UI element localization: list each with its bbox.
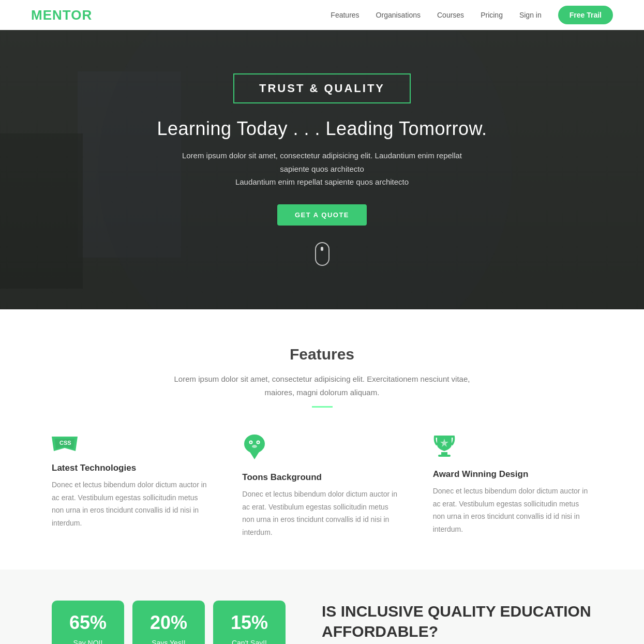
navbar: MENTOR Features Organisations Courses Pr… — [0, 0, 644, 30]
stat-card-3: 15% Can't Say!! — [213, 601, 286, 644]
svg-rect-10 — [441, 452, 447, 455]
free-trail-button[interactable]: Free Trail — [558, 6, 613, 24]
stat-card-1: 65% Say NO!! — [52, 601, 124, 644]
nav-links: Features Organisations Courses Pricing S… — [331, 6, 613, 24]
get-quote-button[interactable]: GET A QUOTE — [277, 204, 367, 226]
features-subtext: Lorem ipsum dolor sit amet, consectetur … — [167, 372, 477, 399]
svg-text:CSS: CSS — [59, 440, 71, 446]
features-section: Features Lorem ipsum dolor sit amet, con… — [0, 309, 644, 570]
logo: MENTOR — [31, 7, 92, 23]
stats-cards: 65% Say NO!! 20% Says Yes!! 15% Can't Sa… — [52, 601, 286, 644]
svg-point-9 — [252, 445, 257, 448]
logo-green: MEN — [31, 7, 63, 23]
feature-item-2: Toons Background Donec et lectus bibendu… — [242, 433, 401, 538]
nav-courses[interactable]: Courses — [437, 11, 464, 19]
stat-card-2: 20% Says Yes!! — [132, 601, 205, 644]
stats-section: 65% Say NO!! 20% Says Yes!! 15% Can't Sa… — [0, 570, 644, 644]
feature-desc-3: Donec et lectus bibendum dolor dictum au… — [433, 485, 592, 535]
stat-number-3: 15% — [222, 612, 276, 634]
scroll-dot — [321, 247, 323, 251]
logo-dark: TOR — [63, 7, 92, 23]
svg-marker-4 — [249, 451, 260, 459]
css3-icon: CSS — [52, 433, 78, 456]
hero-heading: Learning Today . . . Leading Tomorrow. — [157, 118, 487, 140]
scroll-indicator — [315, 242, 330, 266]
hero-section: TRUST & QUALITY Learning Today . . . Lea… — [0, 30, 644, 309]
feature-title-1: Latest Technologies — [52, 463, 136, 473]
features-divider — [312, 406, 333, 408]
stat-number-1: 65% — [61, 612, 115, 634]
stat-number-2: 20% — [142, 612, 196, 634]
hero-badge: TRUST & QUALITY — [233, 73, 411, 103]
trophy-icon — [433, 433, 456, 462]
nav-pricing[interactable]: Pricing — [481, 11, 503, 19]
feature-item-3: Award Winning Design Donec et lectus bib… — [433, 433, 592, 538]
stat-label-3: Can't Say!! — [222, 639, 276, 644]
features-grid: CSS Latest Technologies Donec et lectus … — [52, 433, 592, 538]
svg-point-7 — [250, 442, 252, 443]
svg-point-8 — [258, 442, 259, 443]
hero-body: Lorem ipsum dolor sit amet, consectetur … — [172, 149, 472, 189]
stats-text: IS INCLUSIVE QUALITY EDUCATION AFFORDABL… — [306, 601, 592, 644]
feature-title-3: Award Winning Design — [433, 469, 529, 480]
svg-point-3 — [244, 435, 265, 453]
stats-heading: IS INCLUSIVE QUALITY EDUCATION AFFORDABL… — [322, 601, 592, 641]
nav-organisations[interactable]: Organisations — [376, 11, 421, 19]
nav-signin[interactable]: Sign in — [519, 11, 542, 19]
feature-item-1: CSS Latest Technologies Donec et lectus … — [52, 433, 211, 538]
stat-label-1: Say NO!! — [61, 639, 115, 644]
features-title: Features — [52, 346, 592, 363]
feature-title-2: Toons Background — [242, 472, 322, 483]
nav-features[interactable]: Features — [331, 11, 359, 19]
feature-desc-1: Donec et lectus bibendum dolor dictum au… — [52, 478, 211, 529]
stat-label-2: Says Yes!! — [142, 639, 196, 644]
drip-icon — [242, 433, 267, 465]
svg-rect-11 — [438, 455, 451, 457]
feature-desc-2: Donec et lectus bibendum dolor dictum au… — [242, 488, 401, 538]
